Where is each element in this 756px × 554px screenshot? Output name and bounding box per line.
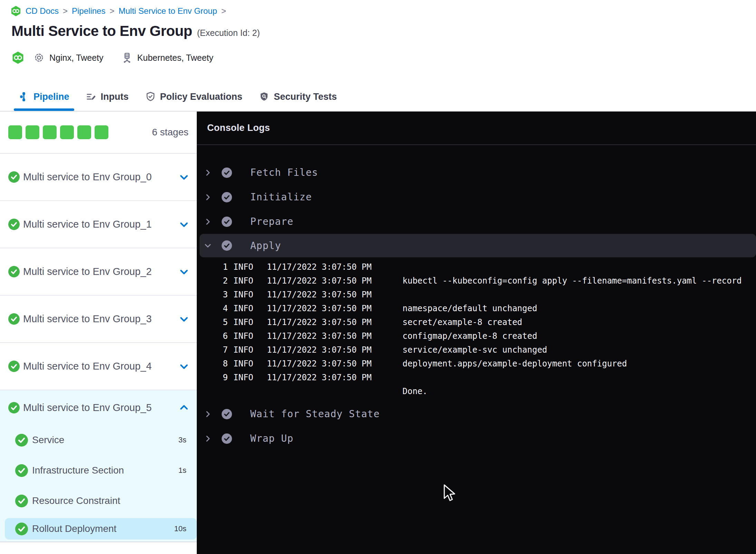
pipeline-execution-page: CD Docs>Pipelines>Multi Service to Env G… [0, 0, 756, 554]
stage-step-service[interactable]: Service3s [0, 425, 197, 455]
stage-label: Multi service to Env Group_2 [23, 266, 152, 277]
log-message: secret/example-8 created [397, 315, 756, 329]
log-message: service/example-svc unchanged [397, 343, 756, 357]
stage-row-2[interactable]: Multi service to Env Group_2 [0, 248, 197, 296]
harness-cd-icon [11, 51, 25, 64]
console-step-wrap-up[interactable]: Wrap Up [197, 426, 756, 451]
log-line-number: 3 [214, 288, 228, 302]
chevron-down-icon[interactable] [179, 267, 189, 277]
tab-inputs[interactable]: Inputs [78, 83, 137, 111]
stage-row-0[interactable]: Multi service to Env Group_0 [0, 154, 197, 201]
console-step-prepare[interactable]: Prepare [197, 209, 756, 234]
log-message: kubectl --kubeconfig=config apply --file… [397, 274, 756, 288]
stage-row-5[interactable]: Multi service to Env Group_5 [0, 390, 197, 425]
expanded-stage-group: Multi service to Env Group_5Service3sInf… [0, 390, 197, 542]
step-duration: 1s [178, 466, 186, 475]
step-duration: 10s [174, 524, 186, 533]
stage-step-rollout-deployment[interactable]: Rollout Deployment10s [0, 516, 197, 542]
log-line-number: 9 [214, 371, 228, 384]
console-step-label: Wait for Steady State [250, 408, 380, 420]
stage-step-infrastructure-section[interactable]: Infrastructure Section1s [0, 455, 197, 486]
log-line-number: 1 [214, 260, 228, 274]
chevron-down-icon[interactable] [179, 361, 189, 372]
step-duration: 3s [178, 436, 186, 445]
log-line-number: 6 [214, 329, 228, 343]
log-level: INFO [228, 343, 261, 357]
success-status-icon [8, 402, 20, 413]
breadcrumb: CD Docs>Pipelines>Multi Service to Env G… [10, 6, 226, 17]
tab-security-tests[interactable]: Security Tests [251, 83, 345, 111]
success-status-icon [15, 495, 28, 507]
breadcrumb-separator: > [63, 6, 68, 16]
stages-summary: 6 stages [0, 112, 197, 154]
stage-row-3[interactable]: Multi service to Env Group_3 [0, 296, 197, 343]
success-status-icon [222, 240, 232, 251]
log-level: INFO [228, 329, 261, 343]
execution-id: (Execution Id: 2) [197, 28, 260, 38]
stages-count-label: 6 stages [152, 127, 188, 138]
success-status-icon [222, 217, 232, 227]
chevron-right-icon[interactable] [204, 217, 212, 226]
log-line-number: 5 [214, 315, 228, 329]
chevron-down-icon[interactable] [179, 172, 189, 182]
log-timestamp: 11/17/2022 3:07:50 PM [261, 302, 397, 315]
success-status-icon [8, 171, 20, 183]
log-level: INFO [228, 315, 261, 329]
console-header: Console Logs [197, 112, 756, 145]
chevron-down-icon[interactable] [179, 314, 189, 324]
chevron-up-icon[interactable] [179, 402, 189, 413]
breadcrumb-link-0[interactable]: CD Docs [26, 6, 59, 16]
breadcrumb-link-2[interactable]: Multi Service to Env Group [118, 6, 217, 16]
log-line: 1INFO11/17/2022 3:07:50 PM [214, 260, 756, 274]
log-timestamp: 11/17/2022 3:07:50 PM [261, 343, 397, 357]
policy-evaluations-icon [145, 92, 156, 102]
log-line: 4INFO11/17/2022 3:07:50 PMnamespace/defa… [214, 302, 756, 315]
console-step-fetch-files[interactable]: Fetch Files [197, 160, 756, 185]
selected-step-highlight[interactable]: Rollout Deployment10s [5, 518, 197, 539]
log-line: Done. [214, 384, 756, 398]
stage-status-square [26, 125, 39, 139]
active-tab-underline [14, 108, 74, 111]
chevron-right-icon[interactable] [204, 168, 212, 177]
chevron-right-icon[interactable] [204, 410, 212, 419]
stage-label: Multi service to Env Group_5 [23, 402, 152, 413]
log-level: INFO [228, 371, 261, 384]
success-status-icon [15, 523, 28, 535]
chevron-right-icon[interactable] [204, 434, 212, 443]
log-line-number: 4 [214, 302, 228, 315]
log-line: 9INFO11/17/2022 3:07:50 PM [214, 371, 756, 384]
console-step-apply[interactable]: Apply [200, 234, 756, 257]
breadcrumb-link-1[interactable]: Pipelines [72, 6, 105, 16]
stage-list: Multi service to Env Group_0Multi servic… [0, 154, 197, 542]
success-status-icon [8, 361, 20, 372]
tab-pipeline[interactable]: Pipeline [10, 83, 78, 111]
breadcrumb-separator: > [109, 6, 114, 16]
stage-label: Multi service to Env Group_4 [23, 361, 152, 372]
page-title: Multi Service to Env Group [11, 23, 192, 39]
success-status-icon [15, 464, 28, 477]
chevron-right-icon[interactable] [204, 193, 212, 202]
log-level: INFO [228, 357, 261, 371]
log-line-number: 8 [214, 357, 228, 371]
log-timestamp: 11/17/2022 3:07:50 PM [261, 288, 397, 302]
step-label: Infrastructure Section [32, 465, 124, 476]
console-step-wait-for-steady-state[interactable]: Wait for Steady State [197, 402, 756, 426]
log-line-number: 2 [214, 274, 228, 288]
log-message: deployment.apps/example-deployment confi… [397, 357, 756, 371]
stage-step-resource-constraint[interactable]: Resource Constraint [0, 486, 197, 516]
success-status-icon [222, 409, 232, 419]
log-timestamp: 11/17/2022 3:07:50 PM [261, 274, 397, 288]
console-step-label: Initialize [250, 191, 312, 203]
log-line: 8INFO11/17/2022 3:07:50 PMdeployment.app… [214, 357, 756, 371]
success-status-icon [222, 192, 232, 202]
chevron-down-icon[interactable] [204, 241, 212, 250]
stage-row-1[interactable]: Multi service to Env Group_1 [0, 201, 197, 248]
tab-policy-evaluations[interactable]: Policy Evaluations [137, 83, 251, 111]
chevron-down-icon[interactable] [179, 219, 189, 230]
log-timestamp: 11/17/2022 3:07:50 PM [261, 357, 397, 371]
tab-label: Inputs [101, 92, 129, 102]
stage-row-4[interactable]: Multi service to Env Group_4 [0, 343, 197, 390]
console-step-label: Prepare [250, 216, 293, 227]
console-step-initialize[interactable]: Initialize [197, 185, 756, 209]
log-level: INFO [228, 274, 261, 288]
